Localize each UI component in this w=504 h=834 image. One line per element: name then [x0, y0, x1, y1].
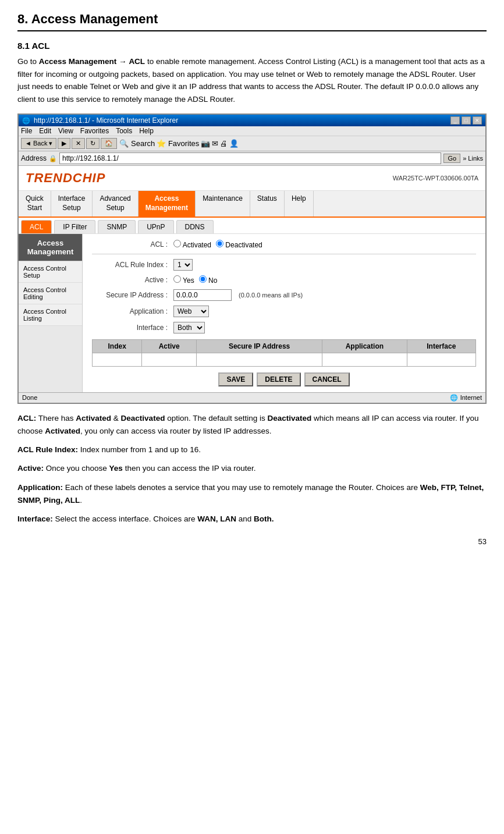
stop-button[interactable]: ✕ [72, 138, 85, 149]
sidebar-access-control-editing[interactable]: Access Control Editing [19, 283, 82, 304]
browser-window: 🌐 http://192.168.1.1/ - Microsoft Intern… [17, 113, 487, 403]
router-ui: TRENDCHIP WAR25TC-WPT.030606.00TA QuickS… [19, 166, 485, 392]
active-yes-radio[interactable] [173, 275, 181, 283]
browser-toolbar: ◄ Back ▾ ▶ ✕ ↻ 🏠 🔍 Search ⭐ Favorites 📷 … [19, 136, 485, 151]
nav-tab-quickstart[interactable]: QuickStart [19, 191, 51, 216]
active-yes-label[interactable]: Yes [173, 275, 194, 285]
rule-index-value: 123 [173, 259, 193, 271]
media-icon[interactable]: 📷 [201, 139, 210, 148]
cancel-button[interactable]: CANCEL [304, 372, 350, 386]
back-button[interactable]: ◄ Back ▾ [21, 138, 56, 149]
nav-tab-interface[interactable]: InterfaceSetup [51, 191, 93, 216]
search-icon[interactable]: 🔍 Search [119, 139, 155, 148]
nav-tab-maintenance[interactable]: Maintenance [196, 191, 250, 216]
router-content: ACL : Activated Deactivated ACL Rule In [83, 234, 485, 392]
active-no-label[interactable]: No [199, 275, 218, 285]
refresh-button[interactable]: ↻ [86, 138, 100, 149]
interface-select[interactable]: Both WAN LAN [173, 322, 205, 333]
trendchip-logo: TRENDCHIP [26, 171, 105, 186]
application-select[interactable]: Web FTP Telnet SNMP Ping ALL [173, 306, 209, 317]
page-number: 53 [17, 537, 487, 546]
interface-label: Interface : [92, 324, 168, 332]
go-button[interactable]: Go [443, 154, 460, 163]
browser-statusbar: Done 🌐 Internet [19, 392, 485, 403]
interface-row: Interface : Both WAN LAN [92, 322, 476, 333]
sub-nav-row: ACL IP Filter SNMP UPnP DDNS [19, 218, 485, 234]
acl-activated-radio[interactable] [173, 240, 181, 247]
acl-deactivated-radio[interactable] [216, 240, 223, 247]
nav-tab-status[interactable]: Status [250, 191, 285, 216]
application-label: Application : [92, 307, 168, 315]
nav-tab-advanced[interactable]: AdvancedSetup [93, 191, 138, 216]
secure-ip-input[interactable] [173, 289, 232, 301]
sidebar-access-control-setup[interactable]: Access Control Setup [19, 261, 82, 283]
nav-tab-help[interactable]: Help [285, 191, 314, 216]
interface-value: Both WAN LAN [173, 322, 205, 333]
menu-edit[interactable]: Edit [39, 127, 51, 135]
forward-button[interactable]: ▶ [58, 138, 70, 149]
application-value: Web FTP Telnet SNMP Ping ALL [173, 306, 209, 317]
favorites-icon[interactable]: ⭐ Favorites [157, 139, 199, 148]
links-label: » Links [463, 155, 483, 162]
delete-button[interactable]: DELETE [257, 372, 300, 386]
maximize-button[interactable]: □ [462, 116, 471, 125]
statusbar-right: 🌐 Internet [450, 394, 482, 402]
secure-ip-label: Secure IP Address : [92, 291, 168, 299]
menu-favorites[interactable]: Favorites [80, 127, 109, 135]
nav-tab-access[interactable]: AccessManagement [139, 191, 196, 216]
col-index: Index [93, 339, 142, 353]
sub-tab-ipfilter[interactable]: IP Filter [54, 220, 95, 233]
minimize-button[interactable]: _ [450, 116, 460, 125]
sub-tab-acl[interactable]: ACL [21, 220, 52, 233]
secure-ip-row: Secure IP Address : (0.0.0.0 means all I… [92, 289, 476, 301]
menu-view[interactable]: View [58, 127, 73, 135]
page-title: 8. Access Management [17, 12, 487, 31]
router-header: TRENDCHIP WAR25TC-WPT.030606.00TA [19, 166, 485, 191]
rule-index-row: ACL Rule Index : 123 [92, 259, 476, 271]
internet-icon: 🌐 [450, 394, 458, 402]
acl-table: Index Active Secure IP Address Applicati… [92, 339, 476, 367]
desc-acl: ACL: There has Activated & Deactivated o… [17, 412, 487, 438]
sub-tab-upnp[interactable]: UPnP [138, 220, 173, 233]
titlebar-left: 🌐 http://192.168.1.1/ - Microsoft Intern… [22, 116, 178, 125]
ie-icon: 🌐 [22, 117, 30, 125]
mail-icon[interactable]: ✉ [212, 139, 218, 148]
sub-tab-ddns[interactable]: DDNS [176, 220, 214, 233]
home-button[interactable]: 🏠 [101, 138, 117, 149]
nav-tabs-row: QuickStart InterfaceSetup AdvancedSetup … [19, 191, 485, 217]
sidebar-access-control-listing[interactable]: Access Control Listing [19, 304, 82, 326]
acl-deactivated-label[interactable]: Deactivated [216, 240, 262, 249]
print-icon[interactable]: 🖨 [220, 139, 228, 148]
acl-label: ACL : [92, 240, 168, 249]
col-secure-ip: Secure IP Address [197, 339, 322, 353]
intro-paragraph: Go to Access Management → ACL to enable … [17, 55, 487, 105]
acl-row: ACL : Activated Deactivated [92, 240, 476, 249]
menu-help[interactable]: Help [139, 127, 154, 135]
sub-tab-snmp[interactable]: SNMP [98, 220, 136, 233]
browser-titlebar: 🌐 http://192.168.1.1/ - Microsoft Intern… [19, 115, 485, 126]
close-button[interactable]: ✕ [473, 116, 482, 125]
address-input[interactable] [59, 152, 441, 164]
acl-options: Activated Deactivated [173, 240, 262, 249]
col-application: Application [322, 339, 407, 353]
menu-file[interactable]: File [21, 127, 32, 135]
acl-activated-label[interactable]: Activated [173, 240, 211, 249]
secure-ip-hint: (0.0.0.0 means all IPs) [239, 292, 303, 299]
table-row-empty [93, 353, 476, 366]
rule-index-select[interactable]: 123 [173, 259, 193, 271]
router-main: Access Management Access Control Setup A… [19, 234, 485, 392]
secure-ip-value: (0.0.0.0 means all IPs) [173, 289, 303, 301]
user-icon[interactable]: 👤 [229, 139, 239, 148]
application-row: Application : Web FTP Telnet SNMP Ping A… [92, 306, 476, 317]
save-button[interactable]: SAVE [218, 372, 253, 386]
window-controls[interactable]: _ □ ✕ [450, 116, 482, 125]
router-sidebar: Access Management Access Control Setup A… [19, 234, 83, 392]
menu-tools[interactable]: Tools [116, 127, 132, 135]
toolbar-icons: 🔍 Search ⭐ Favorites 📷 ✉ 🖨 👤 [119, 139, 239, 148]
nav-buttons[interactable]: ◄ Back ▾ ▶ ✕ ↻ 🏠 [21, 138, 117, 149]
desc-application: Application: Each of these labels denote… [17, 481, 487, 508]
statusbar-internet: Internet [460, 394, 482, 401]
descriptions: ACL: There has Activated & Deactivated o… [17, 412, 487, 526]
firmware-version: WAR25TC-WPT.030606.00TA [393, 175, 478, 182]
active-no-radio[interactable] [199, 275, 207, 283]
